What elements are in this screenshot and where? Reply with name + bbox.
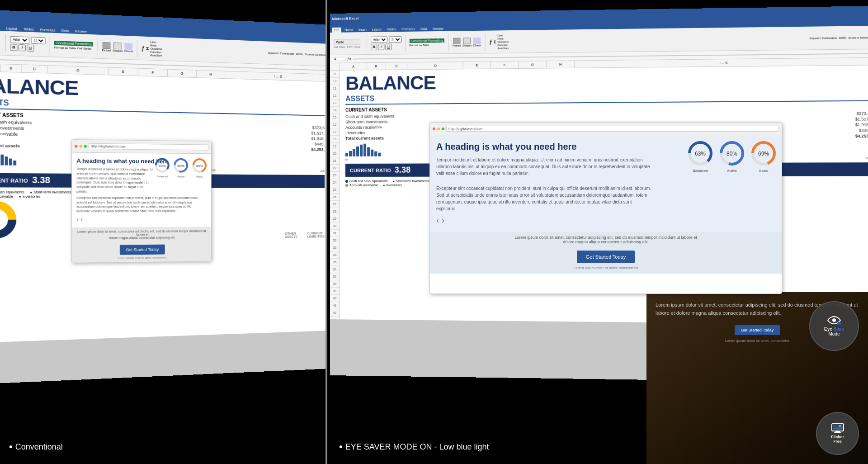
eye-saver-text: EYE SAVER MODE ON - Low blue light [345,442,489,452]
right-col-g: G [519,61,547,68]
right-bold-btn[interactable]: B [371,43,377,50]
right-tab-file[interactable]: File [332,28,341,33]
right-bar-label-5k: 5k [345,158,348,161]
right-picture-btn[interactable]: Picture [453,38,461,47]
format-as-table-btn[interactable]: Format as Table [54,46,76,50]
legend-label-inventories: Inventories [23,195,40,199]
left-browser-para2: Excepteur sint occaecat cupidatat non pr… [76,196,203,214]
right-row-12: 12 [330,92,340,99]
right-bar-1 [345,153,348,156]
ribbon-divider-1 [5,34,6,52]
picture-btn[interactable]: Picture [102,42,111,52]
right-total-value: $4,253, [855,134,868,139]
right-tab-insert[interactable]: Insert [356,27,369,32]
zoom-to-selection-btn[interactable]: Zoom to Selection [305,52,326,56]
tab-review[interactable]: Review [72,28,89,34]
right-outcome-btn[interactable]: Outcome [498,40,509,43]
right-circle-63-svg: 63% [687,140,714,167]
right-format-as-table-btn[interactable]: Format as Table [410,43,429,47]
tab-layout[interactable]: Layout [4,25,20,31]
right-left-arrow-btn[interactable]: ‹ [436,216,439,225]
tab-formulas[interactable]: Formulas [38,27,58,33]
bold-btn[interactable]: B [10,44,17,51]
expend-selection-btn[interactable]: Expend / Contraction [268,51,294,55]
charts-btn[interactable]: Charts [124,43,133,52]
right-paste-btn[interactable]: Paste [334,39,360,45]
right-right-arrow-btn[interactable]: › [442,216,444,225]
right-row-37: 37 [330,273,340,280]
right-arrow-btn[interactable]: › [80,215,83,223]
format-table-group: Format as Table Cell Styles [54,46,93,51]
right-cut-btn[interactable]: Cut [334,45,338,48]
zoom-100-btn[interactable]: 100% [296,52,302,56]
right-row-30: 30 [330,223,340,230]
col-f: F [138,69,168,77]
right-font-group: Arial 11 B I U [371,36,401,50]
browser-close-dot [75,145,77,147]
right-browser-bottom-text2: dolore magna aliqua consectetur adipisci… [436,240,775,244]
tab-tables[interactable]: Tables [21,26,37,32]
right-circle-63: 63% Balanced [687,140,714,173]
dark-overlay-cta-btn[interactable]: Get Started Today [735,325,780,335]
right-browser-url[interactable]: http://digitalworld.com [446,126,779,132]
heat-btn[interactable]: Heat [150,43,162,47]
svg-text:69%: 69% [196,164,203,168]
italic-btn[interactable]: I [19,44,26,51]
circle-69-svg: 69% [192,157,208,174]
right-font-size-select[interactable]: 11 [389,36,401,43]
right-tab-data[interactable]: Data [418,26,429,31]
right-heat-btn[interactable]: Heat [498,37,509,40]
right-browser-close-dot [433,128,435,130]
outcome-btn[interactable]: Outcome [150,47,162,50]
right-zoom-selection-btn[interactable]: Zoom to Selection [848,36,868,39]
right-expend-btn[interactable]: Expend / Contraction [810,36,837,39]
right-tab-layout[interactable]: Layout [370,27,384,32]
right-circle-80-svg: 80% [718,140,745,167]
right-row-35: 35 [330,259,340,266]
font-group: Arial 11 B I U [10,36,45,52]
right-format-painter-btn[interactable]: Form Copy [347,45,360,48]
tab-data[interactable]: Data [59,28,71,33]
left-arrow-btn[interactable]: ‹ [76,215,79,223]
right-tab-tables[interactable]: Tables [385,27,398,32]
autosum-btn[interactable]: AutoSum [150,53,162,57]
right-font-family-select[interactable]: Arial [371,36,387,43]
right-italic-btn[interactable]: I [378,43,384,50]
underline-btn[interactable]: U [27,44,34,52]
right-bar-7 [367,147,370,156]
left-browser-url[interactable]: http://digitalworld.com [89,143,208,151]
right-copy-btn[interactable]: Copy [339,45,345,48]
right-row-21: 21 [330,157,340,165]
shapes-btn[interactable]: Shapes [113,42,123,52]
circle-80-label: Active [173,175,189,178]
right-tab-formulas[interactable]: Formulas [399,27,417,32]
right-cell-reference[interactable]: A [332,57,345,61]
bar-10 [13,161,16,166]
font-family-select[interactable]: Arial [10,36,29,43]
right-function-btn[interactable]: Function [498,43,509,46]
right-tab-home[interactable]: Home [342,27,355,32]
right-row-27: 27 [330,201,340,208]
right-bar-4 [356,147,359,156]
line-btn[interactable]: Line [150,40,162,43]
right-tab-review[interactable]: Review [430,26,445,32]
right-underline-btn[interactable]: U [385,43,392,50]
flicker-free-icon [831,423,844,433]
right-shapes-btn[interactable]: Shapes [462,38,472,47]
conditional-format-btn[interactable]: Conditional Formatting [54,41,93,47]
right-cash-label: Cash and cash equivalents [345,114,395,119]
tab-insert[interactable]: Insert [0,25,2,31]
cell-styles-btn[interactable]: Cell Styles [77,47,92,51]
right-line-btn[interactable]: Line [498,34,509,37]
right-zoom-100-btn[interactable]: 100% [839,36,846,39]
right-row-32: 32 [330,237,340,244]
left-browser-bottom: Lorem ipsum dolor sit amet, consectetur … [72,227,211,263]
function-btn[interactable]: Function [150,50,162,53]
right-cta-button[interactable]: Get Started Today [577,251,635,263]
right-charts-btn[interactable]: Charts [473,37,481,46]
font-size-select[interactable]: 11 [31,37,46,44]
left-cta-button[interactable]: Get Started Today [120,245,165,255]
right-conditional-format-btn[interactable]: Conditional Formatting [410,38,444,43]
left-browser-para1: Tempor incididunt ut labore et dolore ma… [76,167,154,194]
right-autosum-btn[interactable]: AutoSum [498,47,509,49]
